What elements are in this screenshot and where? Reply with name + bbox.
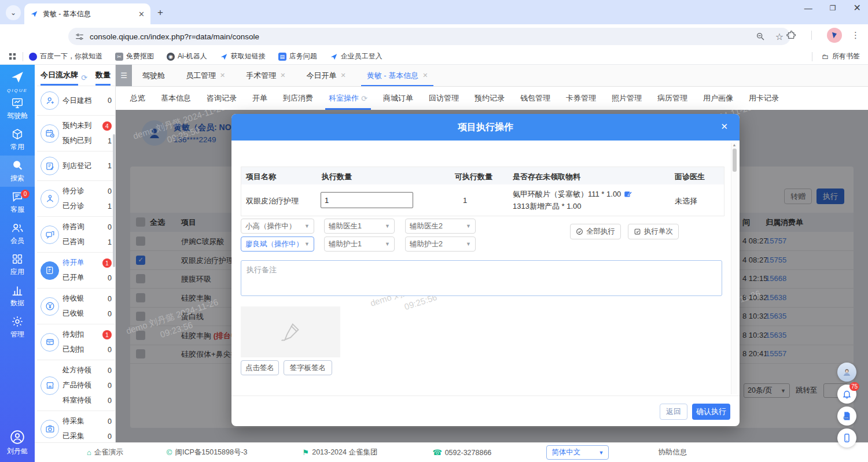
operator2-select[interactable]: 廖良斌（操作中）▼ xyxy=(241,236,314,252)
baidu-icon xyxy=(29,53,37,61)
browser-menu-icon[interactable]: ⋮ xyxy=(851,30,860,40)
flow-group-pickup[interactable]: 处方待领0 产品待领0 科室待领0 xyxy=(37,360,115,411)
rail-item-member[interactable]: 会员 xyxy=(0,218,35,249)
apps-grid-icon[interactable] xyxy=(8,52,17,61)
window-restore-icon[interactable]: ❐ xyxy=(830,4,836,12)
footer-help[interactable]: 协助信息 xyxy=(658,448,687,457)
all-bookmarks[interactable]: 🗀所有书签 xyxy=(806,51,860,61)
rail-item-common[interactable]: 常用 xyxy=(0,124,35,156)
telephone-icon: ☎ xyxy=(432,448,442,457)
window-minimize-icon[interactable]: — xyxy=(804,3,812,13)
subtab-medical-records[interactable]: 病历管理 xyxy=(657,87,687,110)
refresh-icon[interactable]: ⟳ xyxy=(361,94,367,103)
subtab-mall-orders[interactable]: 商城订单 xyxy=(383,87,413,110)
flow-group-register[interactable]: 今日建档0 xyxy=(37,86,115,115)
tab-member-profile[interactable]: 黄敏 - 基本信息✕ xyxy=(356,65,439,86)
flow-group-capture[interactable]: 待采集0 已采集0 xyxy=(37,411,115,442)
tab-search-icon[interactable]: ⌄ xyxy=(6,5,21,20)
site-settings-icon[interactable] xyxy=(75,32,84,41)
rail-item-dashboard[interactable]: 驾驶舱 xyxy=(0,93,35,124)
bookmark-koutu[interactable]: ✂免费抠图 xyxy=(115,51,154,61)
subtab-card-usage[interactable]: 用卡记录 xyxy=(749,87,779,110)
subtab-wallet[interactable]: 钱包管理 xyxy=(520,87,550,110)
zoom-icon[interactable] xyxy=(756,32,765,41)
subtab-store-consume[interactable]: 到店消费 xyxy=(283,87,313,110)
documents-button[interactable]: DOC xyxy=(837,406,856,426)
bookmark-star-icon[interactable]: ☆ xyxy=(775,31,784,42)
bookmark-store-qa[interactable]: ▤店务问题 xyxy=(278,51,317,61)
card-machine-icon xyxy=(41,333,59,352)
address-bar[interactable]: console.qique.cn/index.php?r=data/main/c… xyxy=(68,28,790,45)
subtab-basic-info[interactable]: 基本信息 xyxy=(161,87,191,110)
tab-today-order[interactable]: 今日开单✕ xyxy=(296,65,356,86)
signature-preview[interactable] xyxy=(241,306,340,357)
doc-file-icon: DOC xyxy=(842,411,852,421)
profile-avatar[interactable] xyxy=(827,28,842,43)
square-check-icon xyxy=(634,228,641,235)
assist-nurse1-select[interactable]: 辅助护士1▼ xyxy=(324,236,395,252)
mobile-button[interactable] xyxy=(837,428,856,448)
flow-group-appointment[interactable]: 预约未到4 预约已到1 xyxy=(37,115,115,151)
subtab-followup[interactable]: 回访管理 xyxy=(429,87,459,110)
flow-group-consult[interactable]: 待咨询0 已咨询1 xyxy=(37,216,115,252)
extensions-icon[interactable] xyxy=(786,31,796,40)
subtab-order[interactable]: 开单 xyxy=(252,87,267,110)
pad-sign-button[interactable]: 签字板签名 xyxy=(284,360,332,375)
flow-group-order[interactable]: 待开单1 已开单0 xyxy=(37,252,115,288)
rail-item-data[interactable]: 数据 xyxy=(0,280,35,312)
rail-item-apps[interactable]: 应用 xyxy=(0,249,35,280)
flow-refresh-icon[interactable]: ⟳ xyxy=(81,73,87,86)
dialog-close-icon[interactable]: ✕ xyxy=(720,121,728,132)
assistant-avatar-button[interactable] xyxy=(837,363,856,382)
tab-staff[interactable]: 员工管理✕ xyxy=(175,65,236,86)
tab-close-icon[interactable]: ✕ xyxy=(138,10,145,19)
language-select[interactable]: 简体中文▼ xyxy=(546,445,609,460)
rail-item-search[interactable]: 搜索 xyxy=(0,156,35,187)
back-button[interactable]: 返回 xyxy=(660,404,687,420)
close-icon[interactable]: ✕ xyxy=(422,72,428,79)
subtab-dept-operation[interactable]: 科室操作⟳ xyxy=(329,87,367,110)
tab-dashboard[interactable]: 驾驶舱 xyxy=(132,65,175,86)
modal-scrollbar[interactable]: ▲ xyxy=(731,143,737,394)
flow-group-checkin[interactable]: 到店登记1 xyxy=(37,151,115,180)
flow-group-deduct[interactable]: 待划扣1 已划扣0 xyxy=(37,324,115,360)
notifications-button[interactable]: 75 xyxy=(837,385,856,404)
assist-doctor1-select[interactable]: 辅助医生1▼ xyxy=(324,219,395,234)
flow-scrollbar[interactable] xyxy=(113,134,115,267)
bookmark-baidu[interactable]: 百度一下，你就知道 xyxy=(29,51,102,61)
execute-qty-input[interactable] xyxy=(321,192,413,208)
window-close-icon[interactable]: ✕ xyxy=(854,2,861,13)
execute-once-button[interactable]: 执行单次 xyxy=(628,224,679,239)
close-icon[interactable]: ✕ xyxy=(340,72,345,79)
edit-material-icon[interactable] xyxy=(624,190,632,200)
subtab-photos[interactable]: 照片管理 xyxy=(612,87,642,110)
close-icon[interactable]: ✕ xyxy=(280,72,285,79)
operator1-select[interactable]: 小高（操作中）▼ xyxy=(241,219,314,234)
flow-group-cashier[interactable]: 待收银0 已收银0 xyxy=(37,288,115,324)
subtab-overview[interactable]: 总览 xyxy=(130,87,145,110)
assist-doctor2-select[interactable]: 辅助医生2▼ xyxy=(405,219,476,234)
close-icon[interactable]: ✕ xyxy=(220,72,225,79)
subtab-user-portrait[interactable]: 用户画像 xyxy=(703,87,733,110)
flow-group-triage[interactable]: 待分诊0 已分诊1 xyxy=(37,180,115,216)
notification-badge: 75 xyxy=(849,382,859,391)
subtab-coupons[interactable]: 卡券管理 xyxy=(566,87,596,110)
click-sign-button[interactable]: 点击签名 xyxy=(241,360,279,375)
execute-remark-textarea[interactable] xyxy=(241,260,722,296)
execute-all-button[interactable]: 全部执行 xyxy=(570,224,621,239)
tab-surgery[interactable]: 手术管理✕ xyxy=(236,65,296,86)
subtab-consult-record[interactable]: 咨询记录 xyxy=(207,87,237,110)
assist-nurse2-select[interactable]: 辅助护士2▼ xyxy=(405,236,476,252)
subtab-appointments[interactable]: 预约记录 xyxy=(475,87,505,110)
new-tab-button[interactable]: + xyxy=(157,7,163,19)
bookmark-ai-robot[interactable]: ◉Ai-机器人 xyxy=(167,51,207,61)
confirm-execute-button[interactable]: 确认执行 xyxy=(692,404,730,420)
bookmark-staff-login[interactable]: 企业员工登入 xyxy=(330,51,382,61)
collapse-menu-icon[interactable]: ☰ xyxy=(116,65,132,86)
footer-icp[interactable]: ©闽ICP备15015898号-3 xyxy=(167,448,248,457)
bookmark-shortlink[interactable]: 获取短链接 xyxy=(220,51,266,61)
browser-tab[interactable]: 黄敏 - 基本信息 ✕ xyxy=(24,3,150,24)
rail-item-manage[interactable]: 管理 xyxy=(0,312,35,343)
rail-item-service[interactable]: 0 客服 xyxy=(0,187,35,218)
rail-user[interactable]: 刘丹懿 xyxy=(0,430,35,456)
